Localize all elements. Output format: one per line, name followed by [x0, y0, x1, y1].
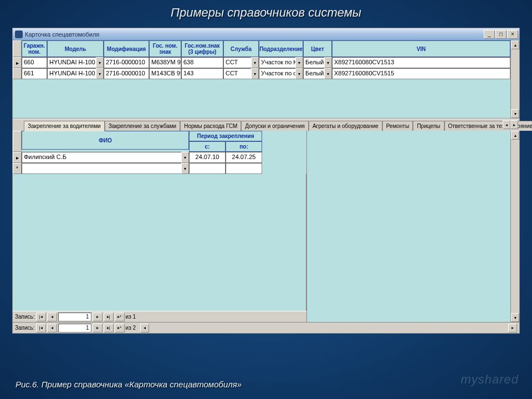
- dropdown-icon[interactable]: ▾: [295, 57, 303, 68]
- table-row[interactable]: * ▾: [13, 163, 306, 174]
- row-selector-icon[interactable]: ▸: [13, 152, 22, 163]
- cell-gos[interactable]: М143СВ 99: [149, 68, 181, 79]
- cell-service[interactable]: ССТ: [223, 68, 251, 79]
- col-from[interactable]: с:: [189, 141, 226, 152]
- driver-grid[interactable]: ФИО Период закрепления с: по: ▸ Филипски…: [13, 131, 306, 174]
- scroll-up-icon[interactable]: ▴: [511, 131, 519, 140]
- dropdown-icon[interactable]: ▾: [96, 68, 104, 79]
- tab-trailers[interactable]: Прицепы: [413, 121, 444, 131]
- col-garage[interactable]: Гаражн. ном.: [22, 40, 47, 57]
- app-window: Карточка спецавтомобиля _ □ × Гаражн. но…: [12, 28, 520, 334]
- cell-from[interactable]: [189, 163, 226, 174]
- cell-dept[interactable]: Участок по об: [259, 68, 295, 79]
- cell-garage[interactable]: 661: [22, 68, 47, 79]
- col-model[interactable]: Модель: [47, 40, 104, 57]
- cell-garage[interactable]: 660: [22, 57, 47, 68]
- col-fio[interactable]: ФИО: [22, 131, 189, 150]
- record-number[interactable]: 1: [58, 324, 91, 332]
- cell-gos3[interactable]: 143: [181, 68, 223, 79]
- slide-title: Примеры справочников системы: [0, 0, 532, 23]
- cell-vin[interactable]: X8927160080CV1513: [332, 57, 510, 68]
- tab-permits[interactable]: Допуски и ограничения: [241, 121, 309, 131]
- scroll-down-icon[interactable]: ▾: [511, 109, 519, 118]
- nav-prev-icon[interactable]: ◂: [47, 313, 57, 321]
- tab-scroll-right-icon[interactable]: ▸: [510, 120, 518, 129]
- nav-new-icon[interactable]: ▸*: [115, 324, 125, 332]
- cell-service[interactable]: ССТ: [223, 57, 251, 68]
- col-vin[interactable]: VIN: [332, 40, 510, 57]
- col-mod[interactable]: Модификация: [104, 40, 149, 57]
- tab-equipment[interactable]: Агрегаты и оборудование: [309, 121, 382, 131]
- dropdown-icon[interactable]: ▾: [251, 68, 259, 79]
- nav-last-icon[interactable]: ▸|: [104, 324, 114, 332]
- cell-model[interactable]: HYUNDAI H-100: [47, 68, 96, 79]
- dropdown-icon[interactable]: ▾: [96, 57, 104, 68]
- cell-mod[interactable]: 2716-0000010: [104, 68, 149, 79]
- cell-dept[interactable]: Участок по КС: [259, 57, 295, 68]
- col-gos3[interactable]: Гос.ном.знак (3 цифры): [181, 40, 223, 57]
- cell-color[interactable]: Белый: [303, 57, 324, 68]
- nav-first-icon[interactable]: |◂: [36, 324, 46, 332]
- cell-model[interactable]: HYUNDAI H-100: [47, 57, 96, 68]
- main-vscroll[interactable]: ▴ ▾: [510, 40, 519, 118]
- record-label: Запись:: [15, 325, 35, 331]
- tab-scroll-left-icon[interactable]: ◂: [503, 120, 510, 129]
- close-button[interactable]: ×: [507, 30, 518, 39]
- tab-services[interactable]: Закрепление за службами: [105, 121, 181, 131]
- vehicle-grid[interactable]: Гаражн. ном. Модель Модификация Гос. ном…: [13, 40, 510, 118]
- tab-responsible[interactable]: Ответственные за тех.состояние: [444, 121, 532, 131]
- nav-new-icon[interactable]: ▸*: [115, 313, 125, 321]
- dropdown-icon[interactable]: ▾: [251, 57, 259, 68]
- cell-gos3[interactable]: 638: [181, 57, 223, 68]
- dropdown-icon[interactable]: ▾: [324, 57, 332, 68]
- nav-prev-icon[interactable]: ◂: [47, 324, 57, 332]
- record-number[interactable]: 1: [58, 313, 91, 321]
- tab-fuel[interactable]: Нормы расхода ГСМ: [180, 121, 241, 131]
- nav-last-icon[interactable]: ▸|: [104, 313, 114, 321]
- col-service[interactable]: Служба: [223, 40, 259, 57]
- tab-drivers[interactable]: Закрепление за водителями: [24, 121, 105, 131]
- minimize-button[interactable]: _: [484, 30, 495, 39]
- dropdown-icon[interactable]: ▾: [295, 68, 303, 79]
- col-to[interactable]: по:: [226, 141, 262, 152]
- cell-fio[interactable]: Филипский С.Б: [22, 152, 181, 163]
- dropdown-icon[interactable]: ▾: [324, 68, 332, 79]
- table-row[interactable]: ▸ 660 HYUNDAI H-100▾ 2716-0000010 М638УМ…: [13, 57, 510, 68]
- table-row[interactable]: 661 HYUNDAI H-100▾ 2716-0000010 М143СВ 9…: [13, 68, 510, 79]
- maximize-button[interactable]: □: [495, 30, 507, 39]
- sub-vscroll[interactable]: ▴ ▾: [510, 131, 519, 322]
- nav-first-icon[interactable]: |◂: [36, 313, 46, 321]
- cell-mod[interactable]: 2716-0000010: [104, 57, 149, 68]
- scroll-right-icon[interactable]: ▸: [508, 324, 517, 332]
- col-color[interactable]: Цвет: [303, 40, 332, 57]
- cell-fio[interactable]: [22, 163, 181, 174]
- nav-next-icon[interactable]: ▸: [93, 313, 103, 321]
- scroll-down-icon[interactable]: ▾: [511, 313, 519, 322]
- scroll-left-icon[interactable]: ◂: [140, 324, 149, 332]
- nav-next-icon[interactable]: ▸: [93, 324, 103, 332]
- cell-to[interactable]: 24.07.25: [226, 152, 262, 163]
- app-icon: [15, 30, 23, 38]
- record-of: из 2: [126, 325, 136, 331]
- cell-vin[interactable]: X8927160080CV1515: [332, 68, 510, 79]
- watermark: myshared: [461, 372, 519, 387]
- row-selector-icon[interactable]: [13, 68, 22, 79]
- row-selector-icon[interactable]: ▸: [13, 57, 22, 68]
- scroll-up-icon[interactable]: ▴: [511, 40, 519, 49]
- tab-repairs[interactable]: Ремонты: [382, 121, 413, 131]
- col-gos[interactable]: Гос. ном. знак: [149, 40, 181, 57]
- col-period[interactable]: Период закрепления: [189, 131, 262, 141]
- new-row-icon[interactable]: *: [13, 163, 22, 174]
- cell-from[interactable]: 24.07.10: [189, 152, 226, 163]
- cell-color[interactable]: Белый: [303, 68, 324, 79]
- table-row[interactable]: ▸ Филипский С.Б▾ 24.07.10 24.07.25: [13, 152, 306, 163]
- record-of: из 1: [126, 314, 136, 320]
- dropdown-icon[interactable]: ▾: [181, 152, 189, 163]
- cell-to[interactable]: [226, 163, 262, 174]
- inner-record-nav: Запись: |◂ ◂ 1 ▸ ▸| ▸* из 1: [13, 311, 306, 322]
- cell-gos[interactable]: М638УМ 99: [149, 57, 181, 68]
- dropdown-icon[interactable]: ▾: [181, 163, 189, 174]
- outer-hscroll[interactable]: ◂ ▸: [140, 324, 517, 332]
- col-dept[interactable]: Подразделение: [259, 40, 303, 57]
- window-title: Карточка спецавтомобиля: [25, 31, 99, 38]
